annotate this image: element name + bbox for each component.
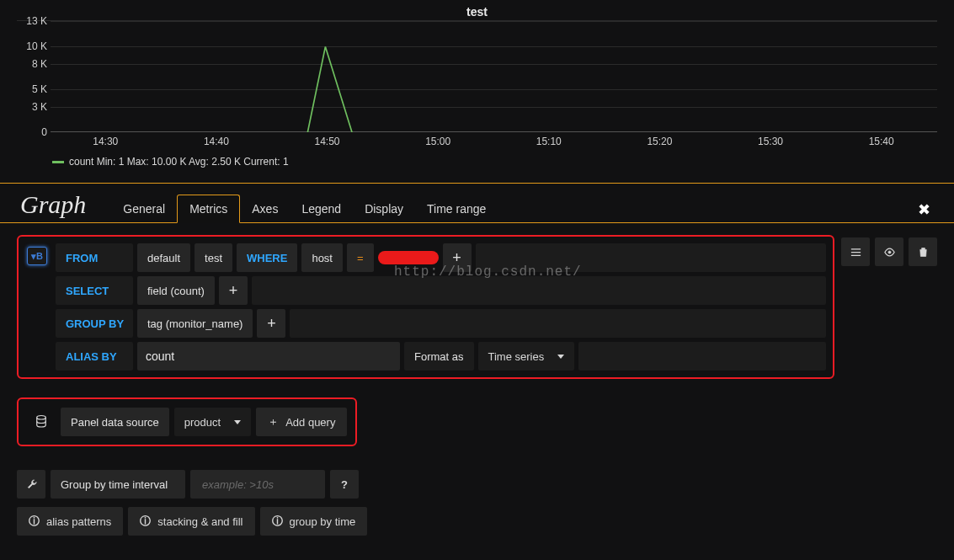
tab-metrics[interactable]: Metrics <box>177 195 240 223</box>
format-as-label: Format as <box>404 342 474 371</box>
svg-point-1 <box>37 416 46 420</box>
where-operator[interactable]: = <box>347 243 374 272</box>
chart-plot-area[interactable]: 0 3 K 5 K 8 K 10 K 13 K 14:30 14:40 14:5… <box>17 20 937 151</box>
aliasby-keyword: ALIAS BY <box>56 342 133 371</box>
help-groupby-label: group by time <box>290 515 356 528</box>
interval-input[interactable] <box>202 470 295 499</box>
x-tick: 14:50 <box>315 136 340 147</box>
chart-title: test <box>17 3 937 20</box>
interval-input-wrap <box>190 470 325 499</box>
groupby-add-button[interactable]: + <box>257 309 285 338</box>
y-tick: 3 K <box>17 101 47 113</box>
database-icon <box>27 408 56 436</box>
datasource-select[interactable]: product <box>174 408 251 436</box>
interval-label: Group by time interval <box>51 470 185 499</box>
plus-icon: ＋ <box>268 414 279 429</box>
groupby-row: GROUP BY tag (monitor_name) + <box>56 309 826 338</box>
query-editor: ▾B FROM default test WHERE host = + SELE… <box>17 235 834 379</box>
x-tick: 15:30 <box>758 136 783 147</box>
datasource-label: Panel data source <box>61 408 169 436</box>
datasource-row: Panel data source product ＋ Add query <box>17 397 357 446</box>
interval-row: Group by time interval ? <box>17 470 937 499</box>
caret-down-icon <box>557 355 564 359</box>
where-tag[interactable]: host <box>301 243 343 272</box>
tab-legend[interactable]: Legend <box>290 195 353 222</box>
tabs: General Metrics Axes Legend Display Time… <box>111 194 498 222</box>
tab-timerange[interactable]: Time range <box>415 195 498 222</box>
format-as-value: Time series <box>488 350 545 363</box>
format-as-select[interactable]: Time series <box>478 342 575 371</box>
menu-icon[interactable] <box>841 237 870 266</box>
legend-text: count Min: 1 Max: 10.00 K Avg: 2.50 K Cu… <box>69 156 289 168</box>
y-tick: 8 K <box>17 58 47 70</box>
panel-title: Graph <box>20 190 111 222</box>
groupby-keyword: GROUP BY <box>56 309 133 338</box>
y-tick: 10 K <box>17 40 47 52</box>
help-group-by-time[interactable]: ⓘ group by time <box>260 507 368 536</box>
close-icon[interactable]: ✖ <box>918 200 930 219</box>
wrench-icon[interactable] <box>17 470 45 499</box>
x-tick: 15:40 <box>869 136 894 147</box>
x-tick: 14:30 <box>93 136 118 147</box>
datasource-value: product <box>184 416 221 429</box>
help-alias-label: alias patterns <box>46 515 111 528</box>
y-axis-labels: 0 3 K 5 K 8 K 10 K 13 K <box>17 21 47 132</box>
select-field[interactable]: field (count) <box>137 276 215 305</box>
tab-display[interactable]: Display <box>353 195 415 222</box>
y-tick: 0 <box>17 126 47 138</box>
select-row: SELECT field (count) + <box>56 276 826 305</box>
add-query-button[interactable]: ＋ Add query <box>256 408 347 436</box>
from-keyword: FROM <box>56 243 133 272</box>
groupby-tag[interactable]: tag (monitor_name) <box>137 309 253 338</box>
y-tick: 5 K <box>17 83 47 95</box>
select-keyword: SELECT <box>56 276 133 305</box>
chart-legend[interactable]: count Min: 1 Max: 10.00 K Avg: 2.50 K Cu… <box>17 151 937 173</box>
series-count <box>51 21 937 132</box>
info-icon: ⓘ <box>140 514 151 529</box>
where-add-button[interactable]: + <box>443 243 472 272</box>
info-icon: ⓘ <box>29 514 40 529</box>
svg-point-0 <box>887 250 890 253</box>
tab-axes[interactable]: Axes <box>240 195 290 222</box>
trash-icon[interactable] <box>909 237 937 266</box>
groupby-row-spacer <box>290 309 826 338</box>
help-stacking-fill[interactable]: ⓘ stacking & and fill <box>128 507 254 536</box>
panel-header: Graph General Metrics Axes Legend Displa… <box>0 184 954 222</box>
add-query-label: Add query <box>285 416 335 429</box>
plot-grid <box>51 21 937 132</box>
query-letter-handle[interactable]: ▾B <box>27 247 47 265</box>
from-policy[interactable]: default <box>137 243 190 272</box>
caret-down-icon <box>234 420 241 424</box>
help-stacking-label: stacking & and fill <box>157 515 242 528</box>
interval-help-icon[interactable]: ? <box>330 470 359 499</box>
alias-input[interactable] <box>146 342 392 371</box>
eye-icon[interactable] <box>875 237 903 266</box>
from-row-spacer <box>476 243 826 272</box>
where-value-redacted[interactable] <box>378 251 439 264</box>
alias-input-wrap <box>137 342 400 371</box>
metrics-body: ▾B FROM default test WHERE host = + SELE… <box>0 223 954 547</box>
alias-row-spacer <box>578 342 826 371</box>
query-toolbar <box>841 235 937 379</box>
alias-row: ALIAS BY Format as Time series <box>56 342 826 371</box>
help-alias-patterns[interactable]: ⓘ alias patterns <box>17 507 123 536</box>
from-measurement[interactable]: test <box>195 243 232 272</box>
chart-panel: test 0 3 K 5 K 8 K 10 K 13 K 14:30 14:40… <box>0 0 954 173</box>
x-axis-labels: 14:30 14:40 14:50 15:00 15:10 15:20 15:3… <box>51 134 937 151</box>
select-row-spacer <box>252 276 826 305</box>
select-add-button[interactable]: + <box>219 276 248 305</box>
y-tick: 13 K <box>17 15 47 27</box>
info-icon: ⓘ <box>272 514 283 529</box>
from-row: FROM default test WHERE host = + <box>56 243 826 272</box>
legend-swatch <box>52 161 64 163</box>
x-tick: 14:40 <box>204 136 229 147</box>
x-tick: 15:20 <box>647 136 672 147</box>
x-tick: 15:10 <box>536 136 562 147</box>
where-keyword: WHERE <box>237 243 297 272</box>
x-tick: 15:00 <box>425 136 450 147</box>
help-row: ⓘ alias patterns ⓘ stacking & and fill ⓘ… <box>17 507 937 536</box>
tab-general[interactable]: General <box>111 195 177 222</box>
